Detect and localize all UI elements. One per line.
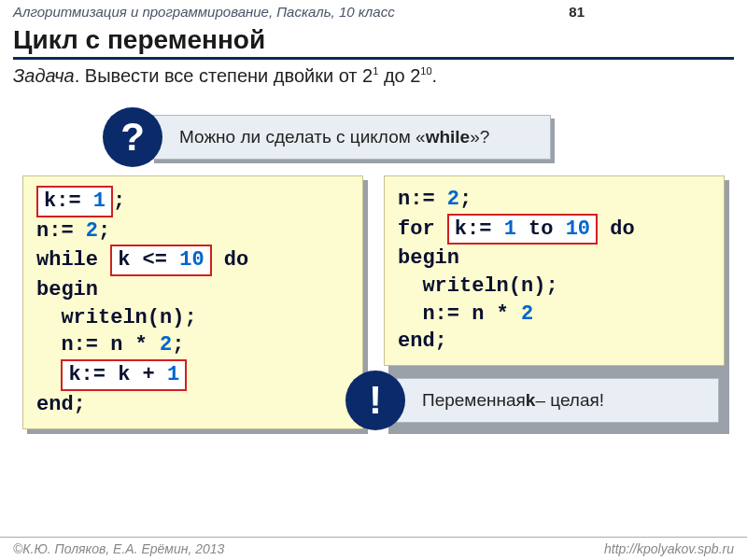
footer-authors: ©К.Ю. Поляков, Е.А. Ерёмин, 2013 (13, 541, 224, 556)
task-text: . Вывести все степени двойки от 2 (75, 65, 373, 86)
task-line: Задача. Вывести все степени двойки от 21… (0, 60, 747, 92)
code-panel-while: k:= 1; n:= 2; while k <= 10 do begin wri… (22, 175, 363, 429)
code-right: n:= 2; for k:= 1 to 10 do begin writeln(… (384, 175, 725, 366)
footer-url: http://kpolyakov.spb.ru (604, 541, 734, 556)
callout-box: Можно ли сделать с циклом «while»? (150, 115, 551, 160)
line-1: n:= 2; (398, 186, 711, 214)
title-block: Цикл с переменной (0, 23, 747, 60)
line-5: writeln(n); (36, 304, 349, 332)
line-4: begin (36, 276, 349, 304)
line-2: for k:= 1 to 10 do (398, 214, 711, 245)
footer: ©К.Ю. Поляков, Е.А. Ерёмин, 2013 http://… (0, 537, 747, 560)
page-number: 81 (569, 4, 734, 20)
task-mid: до 2 (378, 65, 420, 86)
question-icon: ? (103, 107, 162, 167)
line-6: n:= n * 2; (36, 331, 349, 359)
callout-box: Переменная k – целая! (393, 378, 719, 423)
callout-text-post: »? (470, 127, 489, 147)
line-2: n:= 2; (36, 217, 349, 245)
line-6: end; (398, 328, 711, 356)
code-left: k:= 1; n:= 2; while k <= 10 do begin wri… (22, 175, 363, 429)
callout-text-pre: Можно ли сделать с циклом « (179, 127, 426, 147)
subject-text: Алгоритмизация и программирование, Паска… (13, 4, 395, 20)
callout-text-post: – целая! (535, 390, 604, 411)
exclaim-icon: ! (345, 371, 405, 430)
main-title: Цикл с переменной (13, 25, 734, 55)
line-3: begin (398, 245, 711, 273)
line-5: n:= n * 2 (398, 301, 711, 329)
line-8: end; (36, 391, 349, 419)
task-exp2: 10 (420, 65, 431, 77)
callout-text-pre: Переменная (422, 390, 526, 411)
callout-var: k (526, 390, 536, 411)
line-1: k:= 1; (36, 186, 349, 217)
task-end: . (432, 65, 438, 86)
line-3: while k <= 10 do (36, 245, 349, 276)
task-label: Задача (13, 65, 75, 86)
line-4: writeln(n); (398, 273, 711, 301)
line-7: k:= k + 1 (36, 359, 349, 391)
header-bar: Алгоритмизация и программирование, Паска… (0, 0, 747, 23)
callout-kw: while (426, 127, 471, 147)
